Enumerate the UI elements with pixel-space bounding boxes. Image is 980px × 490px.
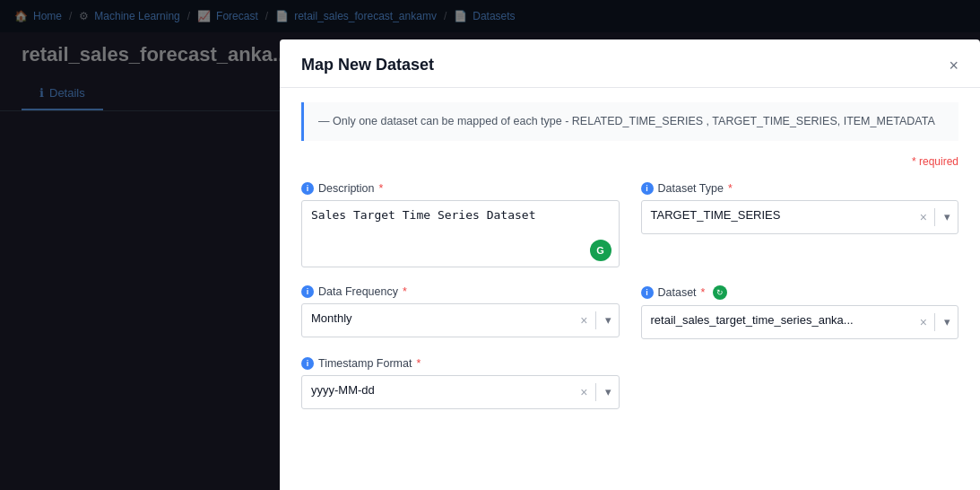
modal-title: Map New Dataset (301, 56, 434, 74)
description-input[interactable] (302, 201, 619, 267)
timestamp-format-label-text: Timestamp Format (318, 357, 412, 370)
dataset-type-value: TARGET_TIME_SERIES (642, 201, 915, 233)
description-info-icon: i (301, 182, 314, 195)
dataset-divider (934, 313, 935, 331)
modal-header: Map New Dataset × (280, 39, 980, 88)
data-frequency-label: i Data Frequency * (301, 285, 620, 298)
description-label: i Description * (301, 182, 620, 195)
dataset-type-label: i Dataset Type * (641, 182, 959, 195)
grammarly-icon: G (590, 240, 611, 261)
dataset-group: i Dataset * ↻ retail_sales_target_time_s… (641, 285, 959, 339)
dataset-label: i Dataset * ↻ (641, 285, 959, 300)
modal-body: — Only one dataset can be mapped of each… (280, 102, 980, 431)
dataset-info-icon: i (641, 286, 654, 299)
dataset-chevron-icon[interactable]: ▾ (937, 315, 958, 328)
dataset-label-text: Dataset (658, 286, 697, 299)
timestamp-format-group: i Timestamp Format * yyyy-MM-dd × ▾ (301, 357, 620, 409)
timestamp-format-info-icon: i (301, 357, 314, 370)
dataset-clear[interactable]: × (915, 315, 932, 329)
data-frequency-value: Monthly (302, 304, 575, 337)
data-frequency-label-text: Data Frequency (318, 285, 398, 298)
data-frequency-divider (595, 311, 596, 329)
map-dataset-modal: Map New Dataset × — Only one dataset can… (280, 39, 980, 490)
required-note: * required (301, 155, 958, 168)
timestamp-format-divider (595, 383, 596, 401)
modal-close-button[interactable]: × (949, 57, 958, 74)
data-frequency-field: Monthly × ▾ (301, 303, 620, 337)
data-frequency-info-icon: i (301, 285, 314, 298)
timestamp-format-required-star: * (416, 357, 421, 370)
timestamp-format-chevron-icon[interactable]: ▾ (598, 385, 619, 398)
description-group: i Description * G (301, 182, 620, 267)
dataset-type-info-icon: i (641, 182, 654, 195)
data-frequency-clear[interactable]: × (575, 313, 593, 328)
dataset-refresh-icon[interactable]: ↻ (713, 285, 727, 300)
data-frequency-group: i Data Frequency * Monthly × ▾ (301, 285, 620, 339)
info-banner: — Only one dataset can be mapped of each… (301, 102, 958, 141)
dataset-type-chevron-icon[interactable]: ▾ (937, 210, 958, 223)
dataset-type-field: TARGET_TIME_SERIES × ▾ (641, 200, 959, 234)
description-label-text: Description (318, 182, 375, 195)
dataset-required-star: * (701, 286, 706, 299)
dataset-field: retail_sales_target_time_series_anka... … (641, 305, 959, 339)
dataset-type-group: i Dataset Type * TARGET_TIME_SERIES × ▾ (641, 182, 959, 267)
data-frequency-chevron-icon[interactable]: ▾ (598, 313, 619, 327)
dataset-type-divider (934, 208, 935, 226)
timestamp-format-clear[interactable]: × (575, 385, 593, 399)
timestamp-format-field: yyyy-MM-dd × ▾ (301, 375, 620, 409)
dataset-type-label-text: Dataset Type (658, 182, 724, 195)
data-frequency-required-star: * (403, 285, 407, 298)
dataset-type-required-star: * (728, 182, 733, 195)
description-required-star: * (379, 182, 384, 195)
form-grid: i Description * G i Dataset Type * TARGE… (301, 182, 958, 409)
timestamp-format-label: i Timestamp Format * (301, 357, 620, 370)
dataset-value: retail_sales_target_time_series_anka... (642, 306, 915, 338)
dataset-type-clear[interactable]: × (915, 210, 932, 224)
timestamp-format-value: yyyy-MM-dd (302, 376, 575, 408)
description-field-wrapper: G (301, 200, 620, 267)
